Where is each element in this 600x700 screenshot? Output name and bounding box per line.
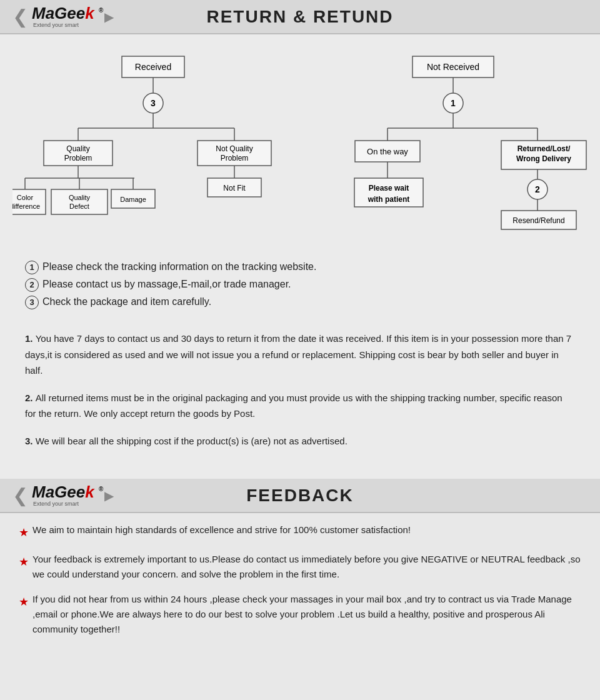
- returned-line1: Returned/Lost/: [518, 144, 571, 153]
- circle-1-label: 1: [451, 98, 456, 108]
- feedback-logo-container: MaGeek ® Extend your smart: [32, 484, 103, 507]
- on-the-way-label: On the way: [367, 147, 408, 156]
- logo-x: k: [85, 4, 94, 22]
- flowchart-area: Received 3 Quality Problem Not Quality P…: [0, 34, 600, 253]
- inst-text-3: Check the package and item carefully.: [42, 294, 211, 309]
- feedback-text-1: We aim to maintain high standards of exc…: [32, 522, 411, 538]
- feedback-section-title: FEEDBACK: [138, 486, 462, 506]
- damage-label: Damage: [120, 196, 146, 203]
- quality-defect-box: [51, 189, 108, 214]
- quality-defect-line2: Defect: [69, 202, 89, 210]
- feedback-logo-x: k: [85, 482, 94, 501]
- instructions-area: 1 Please check the tracking information …: [0, 253, 600, 324]
- term-2: 2. All returned items must be in the ori…: [25, 390, 575, 422]
- feedback-item-3: ★ If you did not hear from us within 24 …: [19, 592, 581, 637]
- quality-problem-line1: Quality: [66, 144, 89, 153]
- circle-3-label: 3: [151, 98, 156, 108]
- return-header: ❮ MaGeek ® Extend your smart ▶ RETURN & …: [0, 0, 600, 34]
- not-quality-line2: Problem: [221, 154, 249, 162]
- received-label: Received: [135, 62, 171, 72]
- term-2-text: All returned items must be in the origin…: [25, 392, 562, 419]
- not-fit-label: Not Fit: [223, 184, 246, 192]
- inst-text-2: Please contact us by massage,E-mail,or t…: [42, 277, 291, 292]
- instruction-2: 2 Please contact us by massage,E-mail,or…: [25, 277, 575, 292]
- returned-line2: Wrong Delivery: [516, 154, 571, 163]
- chevron-right-icon: ▶: [104, 9, 114, 24]
- inst-circle-3: 3: [25, 296, 39, 309]
- chevron-left-icon: ❮: [12, 6, 28, 28]
- logo-icon-wrap: ❮ MaGeek ® Extend your smart ▶: [12, 5, 114, 28]
- logo-brand: MaGeek ®: [32, 5, 103, 21]
- term-2-label: 2.: [25, 392, 36, 403]
- feedback-logo-tagline: Extend your smart: [33, 501, 79, 507]
- circle-2-label: 2: [535, 184, 540, 194]
- term-3-label: 3.: [25, 436, 36, 446]
- inst-text-1: Please check the tracking information on…: [42, 259, 316, 274]
- terms-area: 1. You have 7 days to contact us and 30 …: [0, 324, 600, 479]
- color-diff-line1: Color: [17, 194, 34, 201]
- feedback-logo-icon-wrap: ❮ MaGeek ® Extend your smart ▶: [12, 484, 114, 507]
- star-icon-1: ★: [19, 524, 29, 542]
- return-section-title: RETURN & RETUND: [138, 7, 462, 27]
- return-logo-area: ❮ MaGeek ® Extend your smart ▶: [12, 5, 138, 28]
- logo-tagline: Extend your smart: [33, 22, 79, 28]
- term-1-label: 1.: [25, 333, 36, 344]
- term-3: 3. We will bear all the shipping cost if…: [25, 433, 575, 449]
- quality-defect-line1: Quality: [69, 194, 91, 201]
- star-icon-3: ★: [19, 593, 29, 611]
- resend-label: Resend/Refund: [512, 216, 564, 225]
- please-wait-line1: Please wait: [369, 184, 409, 192]
- term-1-text: You have 7 days to contact us and 30 day…: [25, 333, 571, 376]
- inst-circle-1: 1: [25, 261, 39, 274]
- feedback-item-2: ★ Your feedback is extremely important t…: [19, 552, 581, 582]
- feedback-text-3: If you did not hear from us within 24 ho…: [32, 592, 581, 637]
- instruction-1: 1 Please check the tracking information …: [25, 259, 575, 274]
- quality-problem-line2: Problem: [64, 154, 92, 162]
- feedback-logo-brand: MaGeek ®: [32, 484, 103, 500]
- not-quality-line1: Not Quality: [216, 144, 252, 153]
- feedback-items-area: ★ We aim to maintain high standards of e…: [0, 513, 600, 659]
- feedback-chevron-right-icon: ▶: [104, 488, 114, 503]
- star-icon-2: ★: [19, 553, 29, 571]
- term-3-text: We will bear all the shipping cost if th…: [36, 436, 348, 446]
- feedback-item-1: ★ We aim to maintain high standards of e…: [19, 522, 581, 542]
- please-wait-line2: with patient: [368, 195, 410, 204]
- flowchart-svg: Received 3 Quality Problem Not Quality P…: [12, 47, 588, 241]
- feedback-header: ❮ MaGeek ® Extend your smart ▶ FEEDBACK: [0, 479, 600, 513]
- feedback-chevron-left-icon: ❮: [12, 484, 28, 506]
- logo-container: MaGeek ® Extend your smart: [32, 5, 103, 28]
- not-received-label: Not Received: [427, 62, 479, 72]
- instruction-3: 3 Check the package and item carefully.: [25, 294, 575, 309]
- inst-circle-2: 2: [25, 278, 39, 292]
- term-1: 1. You have 7 days to contact us and 30 …: [25, 331, 575, 379]
- feedback-logo-area: ❮ MaGeek ® Extend your smart ▶: [12, 484, 138, 507]
- color-diff-box: [12, 189, 46, 214]
- color-diff-line2: difference: [12, 202, 40, 210]
- feedback-text-2: Your feedback is extremely important to …: [32, 552, 581, 582]
